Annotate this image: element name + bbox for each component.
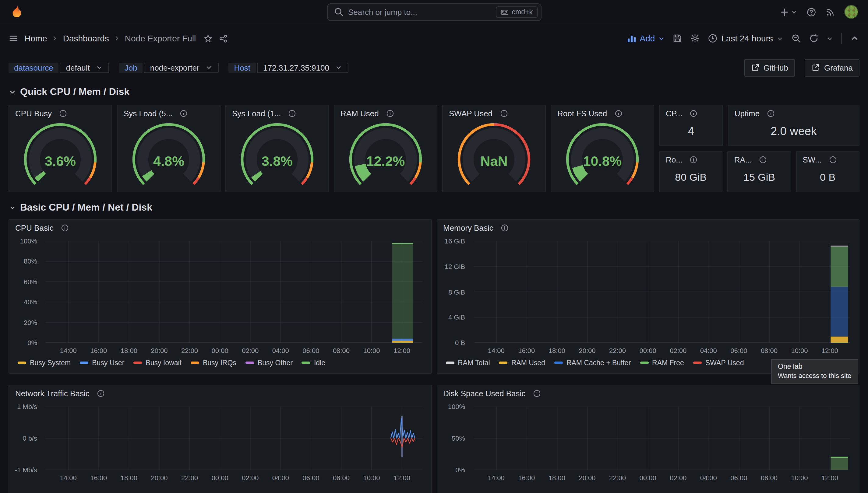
panel-info-icon[interactable] (829, 156, 836, 164)
panel-title[interactable]: Disk Space Used Basic (443, 389, 525, 398)
variable-datasource: datasourcedefault (8, 62, 109, 73)
section-quick-cpu-mem-disk[interactable]: Quick CPU / Mem / Disk (8, 86, 860, 98)
legend-marker (554, 362, 563, 364)
x-tick-label: 06:00 (730, 474, 747, 481)
legend-item[interactable]: RAM Used (499, 359, 545, 366)
panel-title[interactable]: CPU Busy (15, 109, 52, 118)
x-tick-label: 20:00 (579, 347, 595, 354)
refresh-icon[interactable] (809, 34, 819, 43)
panel-header: CP... (660, 105, 722, 119)
panel-info-icon[interactable] (767, 110, 775, 117)
panel-title[interactable]: RAM Used (340, 109, 379, 118)
panel-info-icon[interactable] (180, 110, 188, 117)
panel-title[interactable]: Sys Load (1... (232, 109, 281, 118)
legend-item[interactable]: RAM Total (446, 359, 490, 366)
stat-panel: SW...0 B (796, 151, 860, 192)
section-basic-cpu-mem-net-disk[interactable]: Basic CPU / Mem / Net / Disk (8, 202, 860, 213)
panel-title[interactable]: SW... (803, 155, 821, 164)
hamburger-menu-icon[interactable] (8, 34, 18, 43)
nav-actions (780, 5, 858, 19)
save-dashboard-icon[interactable] (673, 34, 682, 43)
grafana-dashboard: Search or jump to... cmd+k HomeDashboard… (0, 0, 868, 493)
panel-info-icon[interactable] (61, 224, 69, 232)
breadcrumb-separator-icon (113, 35, 121, 42)
x-tick-label: 02:00 (242, 474, 259, 481)
x-tick-label: 14:00 (488, 347, 505, 354)
legend-item[interactable]: Idle (302, 359, 325, 366)
panel-info-icon[interactable] (97, 389, 105, 398)
search-input[interactable]: Search or jump to... cmd+k (327, 3, 541, 21)
dashboard-settings-icon[interactable] (690, 34, 700, 43)
x-tick-label: 16:00 (90, 347, 107, 354)
variable-value-dropdown[interactable]: 172.31.27.35:9100 (257, 62, 349, 73)
panel-title[interactable]: Sys Load (5... (124, 109, 172, 118)
panel-title[interactable]: Network Traffic Basic (15, 389, 89, 398)
panel-title[interactable]: Memory Basic (443, 223, 493, 233)
panel-info-icon[interactable] (689, 110, 698, 117)
breadcrumb-item[interactable]: Home (24, 34, 47, 43)
news-rss-icon[interactable] (825, 7, 835, 17)
add-button[interactable]: Add (627, 34, 665, 43)
panel-info-icon[interactable] (690, 156, 698, 164)
legend-marker (18, 362, 26, 364)
keyboard-icon (501, 8, 509, 16)
panel-info-icon[interactable] (614, 110, 622, 117)
panel-title[interactable]: Uptime (735, 109, 760, 118)
time-range-picker[interactable]: Last 24 hours (708, 34, 783, 43)
gauge-panels: CPU Busy3.6%Sys Load (5...4.8%Sys Load (… (8, 105, 654, 192)
favorite-star-icon[interactable] (203, 34, 212, 43)
panel-title[interactable]: Ro... (666, 155, 683, 164)
chevron-down-icon (791, 8, 797, 15)
legend-item[interactable]: RAM Free (640, 359, 684, 366)
panel-title[interactable]: CPU Basic (15, 223, 54, 233)
help-icon[interactable] (806, 7, 816, 17)
zoom-out-icon[interactable] (791, 34, 801, 43)
panel-title[interactable]: RA... (734, 155, 752, 164)
panel-info-icon[interactable] (288, 110, 296, 117)
gauge: 12.2% (334, 119, 437, 192)
dashboard-link-grafana[interactable]: Grafana (805, 59, 860, 77)
panel-header: Uptime (728, 105, 859, 119)
panel-title[interactable]: SWAP Used (449, 109, 493, 118)
variable-label: datasource (8, 62, 59, 73)
collapse-toolbar-icon[interactable] (850, 34, 860, 43)
y-tick-label: 40% (24, 298, 37, 305)
breadcrumb-item[interactable]: Node Exporter Full (125, 34, 196, 43)
panel-info-icon[interactable] (759, 156, 767, 164)
share-icon[interactable] (219, 34, 228, 43)
section-collapse-icon (8, 203, 17, 212)
y-tick-label: 8 GiB (448, 288, 465, 296)
variable-value-dropdown[interactable]: node-exporter (144, 62, 219, 73)
legend-item[interactable]: Busy IRQs (191, 359, 236, 366)
legend-item[interactable]: Busy Other (246, 359, 293, 366)
panel-title[interactable]: Root FS Used (557, 109, 607, 118)
x-tick-label: 02:00 (242, 347, 259, 354)
stat-panel: Uptime2.0 week (728, 105, 860, 146)
panel-title[interactable]: CP... (666, 109, 682, 118)
panel-info-icon[interactable] (501, 224, 509, 232)
refresh-interval-chevron-icon[interactable] (827, 35, 833, 42)
grafana-logo-icon[interactable] (10, 5, 24, 19)
legend-item[interactable]: SWAP Used (693, 359, 744, 366)
legend-item[interactable]: Busy Iowait (133, 359, 182, 366)
panel-info-icon[interactable] (59, 110, 67, 117)
legend-item[interactable]: Busy System (18, 359, 71, 366)
legend-marker (80, 362, 88, 364)
legend-label: RAM Used (511, 359, 545, 366)
legend-item[interactable]: RAM Cache + Buffer (554, 359, 631, 366)
link-label: GitHub (764, 63, 788, 72)
legend-label: SWAP Used (705, 359, 744, 366)
dashboard-link-github[interactable]: GitHub (744, 59, 795, 77)
x-tick-label: 06:00 (730, 347, 747, 354)
gauge-value: 12.2% (366, 154, 405, 169)
variable-value-dropdown[interactable]: default (60, 62, 109, 73)
panel-network-traffic-basic: Network Traffic Basic 1 Mb/s0 b/s-1 Mb/s… (8, 385, 432, 493)
panel-info-icon[interactable] (500, 110, 508, 117)
panel-info-icon[interactable] (533, 389, 541, 398)
new-menu-button[interactable] (780, 7, 797, 17)
panel-header: SW... (797, 152, 859, 166)
panel-info-icon[interactable] (386, 110, 394, 117)
legend-item[interactable]: Busy User (80, 359, 124, 366)
breadcrumb-item[interactable]: Dashboards (63, 34, 109, 43)
avatar[interactable] (844, 5, 858, 19)
